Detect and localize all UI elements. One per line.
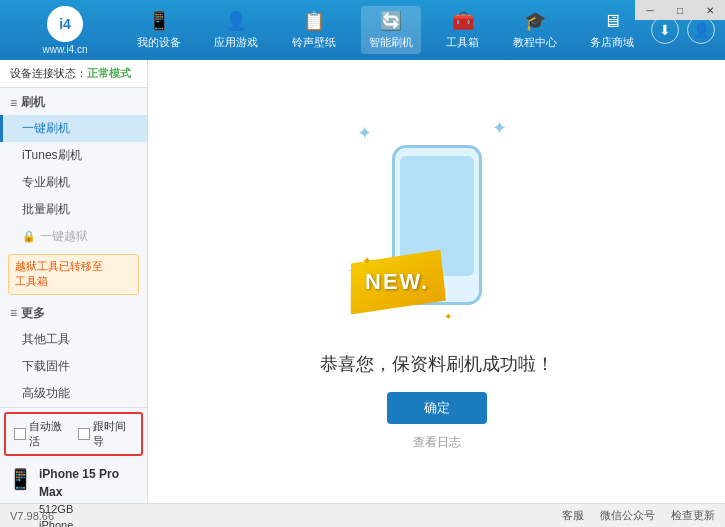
sidebar-one-key-flash[interactable]: 一键刷机 (0, 115, 147, 142)
more-section-icon: ≡ (10, 306, 17, 320)
nav-tutorial[interactable]: 🎓 教程中心 (505, 6, 565, 54)
star-right-icon: ✦ (444, 311, 452, 322)
auto-activate-row: 自动激活 跟时间导 (4, 412, 143, 456)
check-update-link[interactable]: 检查更新 (671, 508, 715, 523)
nav-smart-flash[interactable]: 🔄 智能刷机 (361, 6, 421, 54)
guided-activate-label[interactable]: 跟时间导 (78, 419, 134, 449)
notice-box: 越狱工具已转移至 工具箱 (8, 254, 139, 295)
ringtones-icon: 📋 (303, 10, 325, 32)
lock-icon: 🔒 (22, 230, 36, 243)
main-content: ✦ ✦ ✦ NEW. ✦ ✦ 恭喜您，保资料刷机成功啦！ (148, 60, 725, 503)
guided-activate-checkbox[interactable] (78, 428, 90, 440)
star-left-icon: ✦ (362, 254, 372, 268)
maximize-button[interactable]: □ (665, 0, 695, 20)
toolbox-icon: 🧰 (452, 10, 474, 32)
new-ribbon: NEW. (345, 249, 448, 314)
sidebar-batch-flash[interactable]: 批量刷机 (0, 196, 147, 223)
sparkle-icon-2: ✦ (492, 117, 507, 139)
nav-ringtones[interactable]: 📋 铃声壁纸 (284, 6, 344, 54)
phone-illustration: ✦ ✦ ✦ NEW. ✦ ✦ (337, 112, 537, 332)
download-button[interactable]: ⬇ (651, 16, 679, 44)
user-button[interactable]: 👤 (687, 16, 715, 44)
app-header: i4 www.i4.cn 📱 我的设备 👤 应用游戏 📋 铃声壁纸 🔄 智能刷机 (0, 0, 725, 60)
auto-activate-label[interactable]: 自动激活 (14, 419, 70, 449)
close-button[interactable]: ✕ (695, 0, 725, 20)
nav-toolbox[interactable]: 🧰 工具箱 (438, 6, 487, 54)
new-text: NEW. (364, 269, 428, 295)
sidebar-pro-flash[interactable]: 专业刷机 (0, 169, 147, 196)
view-log-link[interactable]: 查看日志 (413, 434, 461, 451)
nav-apps[interactable]: 👤 应用游戏 (206, 6, 266, 54)
wechat-link[interactable]: 微信公众号 (600, 508, 655, 523)
main-nav: 📱 我的设备 👤 应用游戏 📋 铃声壁纸 🔄 智能刷机 🧰 工具箱 🎓 (120, 6, 651, 54)
status-bar-links: 客服 微信公众号 检查更新 (562, 508, 715, 523)
sidebar-advanced[interactable]: 高级功能 (0, 380, 147, 407)
sidebar-section-flash: ≡ 刷机 (0, 88, 147, 115)
version-label: V7.98.66 (10, 510, 54, 522)
sidebar-other-tools[interactable]: 其他工具 (0, 326, 147, 353)
business-icon: 🖥 (603, 11, 621, 32)
success-message: 恭喜您，保资料刷机成功啦！ (320, 352, 554, 376)
sidebar-itunes-flash[interactable]: iTunes刷机 (0, 142, 147, 169)
sidebar-jailbreak-disabled: 🔒 一键越狱 (0, 223, 147, 250)
sidebar-download-firmware[interactable]: 下载固件 (0, 353, 147, 380)
new-ribbon-container: NEW. ✦ ✦ (347, 252, 457, 332)
apps-icon: 👤 (225, 10, 247, 32)
device-phone-icon: 📱 (8, 467, 33, 491)
auto-activate-checkbox[interactable] (14, 428, 26, 440)
confirm-button[interactable]: 确定 (387, 392, 487, 424)
tutorial-icon: 🎓 (524, 10, 546, 32)
nav-my-device[interactable]: 📱 我的设备 (129, 6, 189, 54)
smart-flash-icon: 🔄 (380, 10, 402, 32)
my-device-icon: 📱 (148, 10, 170, 32)
sidebar: 设备连接状态：正常模式 ≡ 刷机 一键刷机 iTunes刷机 专业刷机 批量刷机… (0, 60, 148, 503)
customer-service-link[interactable]: 客服 (562, 508, 584, 523)
device-status: 设备连接状态：正常模式 (0, 60, 147, 88)
nav-business[interactable]: 🖥 务店商域 (582, 7, 642, 54)
main-layout: 设备连接状态：正常模式 ≡ 刷机 一键刷机 iTunes刷机 专业刷机 批量刷机… (0, 60, 725, 503)
sidebar-section-more: ≡ 更多 (0, 299, 147, 326)
logo-area: i4 www.i4.cn (10, 6, 120, 55)
sparkle-icon-1: ✦ (357, 122, 372, 144)
logo-icon: i4 (47, 6, 83, 42)
logo-subtext: www.i4.cn (42, 44, 87, 55)
header-right: ⬇ 👤 (651, 16, 715, 44)
minimize-button[interactable]: ─ (635, 0, 665, 20)
flash-section-icon: ≡ (10, 96, 17, 110)
